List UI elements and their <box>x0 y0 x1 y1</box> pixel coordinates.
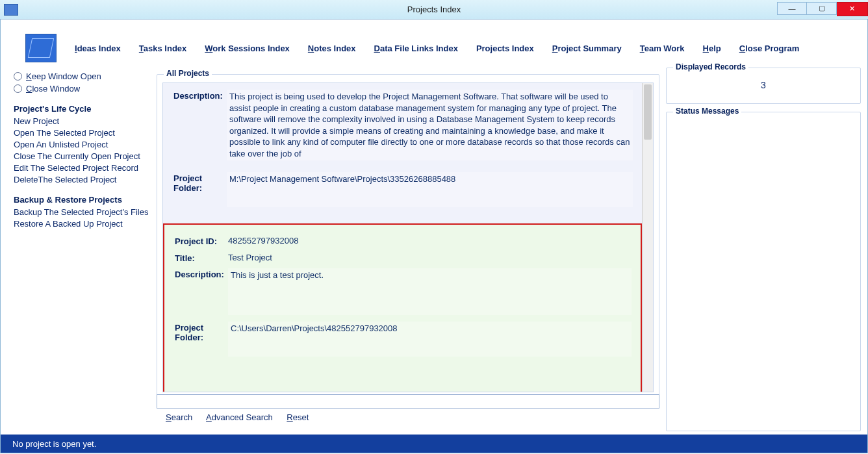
all-projects-group: All Projects Description: This project i… <box>157 74 659 398</box>
minimize-button[interactable]: — <box>777 2 807 15</box>
field-label-title: Title: <box>175 252 228 263</box>
radio-icon <box>14 72 22 81</box>
all-projects-legend: All Projects <box>164 69 212 78</box>
status-messages-legend: Status Messages <box>673 107 741 116</box>
window-controls: — ▢ ✕ <box>777 3 868 16</box>
menu-tasks-index[interactable]: Tasks Index <box>139 44 186 53</box>
reset-link[interactable]: Reset <box>287 412 309 422</box>
radio-keep-window-open[interactable]: Keep Window Open <box>14 71 150 81</box>
backup-header: Backup & Restore Projects <box>14 195 150 205</box>
menu-team-work[interactable]: Team Work <box>640 44 685 53</box>
scrollbar-vertical[interactable] <box>642 83 653 392</box>
advanced-search-link[interactable]: Advanced Search <box>206 412 273 422</box>
link-close-open-project[interactable]: Close The Currently Open Project <box>14 151 150 161</box>
project-description: This project is being used to develop th… <box>227 90 633 160</box>
menu-projects-index[interactable]: Projects Index <box>476 44 534 53</box>
statusbar-text: No project is open yet. <box>12 439 96 449</box>
project-card[interactable]: Description: This project is being used … <box>163 83 642 223</box>
field-label-description: Description: <box>175 268 228 279</box>
project-id: 482552797932008 <box>228 235 632 247</box>
menu-help[interactable]: Help <box>703 44 721 53</box>
project-card-selected[interactable]: Project ID: 482552797932008 Title: Test … <box>163 223 642 392</box>
lifecycle-header: Project's Life Cycle <box>14 104 150 114</box>
menubar: Ideas Index Tasks Index Work Sessions In… <box>1 19 867 68</box>
right-pane: Displayed Records 3 Status Messages <box>666 68 861 433</box>
search-link[interactable]: Search <box>166 412 192 422</box>
field-label-description: Description: <box>173 90 227 101</box>
displayed-records-box: Displayed Records 3 <box>666 68 861 104</box>
displayed-records-value: 3 <box>672 80 855 90</box>
window-title: Projects Index <box>0 5 868 14</box>
project-folder: M:\Project Management Software\Projects\… <box>227 172 633 207</box>
search-area: Search Advanced Search Reset <box>157 394 659 433</box>
link-open-selected-project[interactable]: Open The Selected Project <box>14 128 150 138</box>
displayed-records-legend: Displayed Records <box>673 62 748 71</box>
field-label-folder: Project Folder: <box>175 322 228 342</box>
project-title: Test Project <box>228 252 632 264</box>
menu-work-sessions-index[interactable]: Work Sessions Index <box>205 44 290 53</box>
link-new-project[interactable]: New Project <box>14 116 150 126</box>
sidebar: Keep Window Open Close Window Project's … <box>14 68 150 433</box>
close-button[interactable]: ✕ <box>837 2 868 16</box>
projects-scrollpane: Description: This project is being used … <box>162 82 654 392</box>
menu-data-file-links-index[interactable]: Data File Links Index <box>374 44 458 53</box>
radio-close-window[interactable]: Close Window <box>14 84 150 94</box>
menu-close-program[interactable]: Close Program <box>739 44 799 53</box>
logo-icon <box>25 34 57 62</box>
menu-notes-index[interactable]: Notes Index <box>308 44 356 53</box>
client-area: Ideas Index Tasks Index Work Sessions In… <box>0 19 868 453</box>
titlebar: Projects Index — ▢ ✕ <box>0 0 868 19</box>
menu-project-summary[interactable]: Project Summary <box>552 44 622 53</box>
project-folder: C:\Users\Darren\Projects\482552797932008 <box>228 322 632 357</box>
field-label-folder: Project Folder: <box>173 172 227 193</box>
statusbar: No project is open yet. <box>1 435 867 453</box>
status-messages-box: Status Messages <box>666 112 861 431</box>
search-input[interactable] <box>157 394 659 409</box>
maximize-button[interactable]: ▢ <box>807 2 837 15</box>
menu-ideas-index[interactable]: Ideas Index <box>75 44 121 53</box>
link-delete-selected-project[interactable]: DeleteThe Selected Project <box>14 175 150 184</box>
link-restore-backup[interactable]: Restore A Backed Up Project <box>14 219 150 229</box>
app-icon <box>4 4 18 16</box>
link-backup-selected[interactable]: Backup The Selected Project's Files <box>14 207 150 217</box>
scrollbar-thumb[interactable] <box>644 84 652 140</box>
radio-icon <box>14 84 22 93</box>
link-edit-selected-project[interactable]: Edit The Selected Project Record <box>14 163 150 173</box>
center-pane: All Projects Description: This project i… <box>157 68 659 433</box>
link-open-unlisted-project[interactable]: Open An Unlisted Project <box>14 140 150 149</box>
project-description: This is just a test project. <box>228 268 632 315</box>
field-label-project-id: Project ID: <box>175 235 228 246</box>
